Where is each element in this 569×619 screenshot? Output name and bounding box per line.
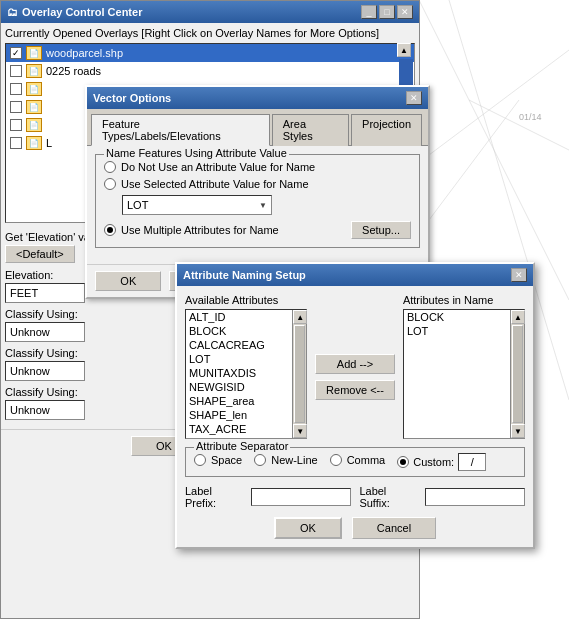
- scroll-down-icon[interactable]: ▼: [293, 424, 307, 438]
- prefix-input[interactable]: [251, 488, 351, 506]
- radio-label-3: Use Multiple Attributes for Name: [121, 224, 279, 236]
- radio-custom: Custom:: [397, 453, 486, 471]
- vector-close-button[interactable]: ✕: [406, 91, 422, 105]
- vector-title-text: Vector Options: [93, 92, 171, 104]
- setup-button[interactable]: Setup...: [351, 221, 411, 239]
- available-listbox[interactable]: ALT_ID BLOCK CALCACREAG LOT MUNITAXDIS N…: [185, 309, 307, 439]
- list-item[interactable]: TAX_ACRE: [186, 422, 292, 436]
- vector-titlebar: Vector Options ✕: [87, 87, 428, 109]
- default-button[interactable]: <Default>: [5, 245, 75, 263]
- file-icon: 📄: [26, 136, 42, 150]
- separator-title: Attribute Separator: [194, 440, 290, 452]
- list-item[interactable]: BLOCK: [186, 324, 292, 338]
- scroll-down-icon[interactable]: ▼: [511, 424, 525, 438]
- svg-text:01/14: 01/14: [519, 112, 542, 122]
- item-name: L: [46, 137, 52, 149]
- radio-comma-btn[interactable]: [330, 454, 342, 466]
- classify3-input[interactable]: [5, 400, 85, 420]
- file-icon: 📄: [26, 100, 42, 114]
- elevation-input[interactable]: [5, 283, 85, 303]
- available-attributes-col: Available Attributes ALT_ID BLOCK CALCAC…: [185, 294, 307, 439]
- in-name-listbox[interactable]: BLOCK LOT ▲ ▼: [403, 309, 525, 439]
- file-icon: 📄: [26, 82, 42, 96]
- item-checkbox[interactable]: [10, 119, 22, 131]
- vector-ok-button[interactable]: OK: [95, 271, 161, 291]
- radio-row-1: Do Not Use an Attribute Value for Name: [104, 161, 411, 173]
- list-item[interactable]: <Feature Type>: [186, 436, 292, 438]
- label-prefix-suffix-row: Label Prefix: Label Suffix:: [185, 485, 525, 509]
- attribute-naming-dialog: Attribute Naming Setup ✕ Available Attri…: [175, 262, 535, 549]
- available-scrollbar[interactable]: ▲ ▼: [292, 310, 306, 438]
- radio-selected-attribute[interactable]: [104, 178, 116, 190]
- list-item[interactable]: LOT: [404, 324, 510, 338]
- maximize-button[interactable]: □: [379, 5, 395, 19]
- item-name: woodparcel.shp: [46, 47, 123, 59]
- attr-cancel-button[interactable]: Cancel: [352, 517, 436, 539]
- item-checkbox[interactable]: [10, 101, 22, 113]
- list-item[interactable]: SHAPE_area: [186, 394, 292, 408]
- custom-separator-input[interactable]: [458, 453, 486, 471]
- attr-action-buttons: Add --> Remove <--: [315, 294, 395, 439]
- radio-comma-label: Comma: [347, 454, 386, 466]
- available-title: Available Attributes: [185, 294, 307, 306]
- attribute-select-row: LOT ▼: [122, 195, 411, 215]
- file-icon: 📄: [26, 64, 42, 78]
- suffix-input[interactable]: [425, 488, 525, 506]
- list-item[interactable]: CALCACREAG: [186, 338, 292, 352]
- scroll-up-icon[interactable]: ▲: [511, 310, 525, 324]
- minimize-button[interactable]: _: [361, 5, 377, 19]
- overlay-description: Currently Opened Overlays [Right Click o…: [5, 27, 415, 39]
- radio-custom-btn[interactable]: [397, 456, 409, 468]
- radio-label-2: Use Selected Attribute Value for Name: [121, 178, 309, 190]
- classify1-input[interactable]: [5, 322, 85, 342]
- item-name: 0225 roads: [46, 65, 101, 77]
- prefix-label: Label Prefix:: [185, 485, 243, 509]
- tab-area-styles[interactable]: Area Styles: [272, 114, 349, 146]
- file-icon: 📄: [26, 46, 42, 60]
- add-button[interactable]: Add -->: [315, 354, 395, 374]
- separator-radios: Space New-Line Comma Custom:: [194, 453, 516, 471]
- group-title: Name Features Using Attribute Value: [104, 147, 289, 159]
- scroll-thumb[interactable]: [294, 325, 305, 423]
- file-icon: 📄: [26, 118, 42, 132]
- radio-label-1: Do Not Use an Attribute Value for Name: [121, 161, 315, 173]
- list-item[interactable]: BLOCK: [404, 310, 510, 324]
- attribute-select[interactable]: LOT ▼: [122, 195, 272, 215]
- list-item[interactable]: MUNITAXDIS: [186, 366, 292, 380]
- radio-no-attribute[interactable]: [104, 161, 116, 173]
- in-name-title: Attributes in Name: [403, 294, 525, 306]
- separator-group: Attribute Separator Space New-Line Comma…: [185, 447, 525, 477]
- suffix-label: Label Suffix:: [359, 485, 417, 509]
- radio-newline-btn[interactable]: [254, 454, 266, 466]
- tab-projection[interactable]: Projection: [351, 114, 422, 146]
- radio-newline: New-Line: [254, 454, 317, 466]
- vector-tabs: Feature Types/Labels/Elevations Area Sty…: [87, 109, 428, 146]
- item-checkbox[interactable]: [10, 137, 22, 149]
- in-name-scrollbar[interactable]: ▲ ▼: [510, 310, 524, 438]
- list-item[interactable]: ALT_ID: [186, 310, 292, 324]
- list-item[interactable]: 📄 woodparcel.shp: [6, 44, 414, 62]
- list-item[interactable]: 📄 0225 roads: [6, 62, 414, 80]
- remove-button[interactable]: Remove <--: [315, 380, 395, 400]
- scroll-thumb[interactable]: [512, 325, 523, 423]
- radio-space-btn[interactable]: [194, 454, 206, 466]
- radio-comma: Comma: [330, 454, 386, 466]
- item-checkbox[interactable]: [10, 47, 22, 59]
- attr-close-button[interactable]: ✕: [511, 268, 527, 282]
- classify2-input[interactable]: [5, 361, 85, 381]
- item-checkbox[interactable]: [10, 83, 22, 95]
- close-button[interactable]: ✕: [397, 5, 413, 19]
- item-checkbox[interactable]: [10, 65, 22, 77]
- tab-feature-types[interactable]: Feature Types/Labels/Elevations: [91, 114, 270, 146]
- overlay-title-icon: 🗂: [7, 6, 18, 18]
- radio-space: Space: [194, 454, 242, 466]
- list-item[interactable]: SHAPE_len: [186, 408, 292, 422]
- attr-ok-button[interactable]: OK: [274, 517, 342, 539]
- list-item[interactable]: LOT: [186, 352, 292, 366]
- attr-dialog-buttons: OK Cancel: [185, 517, 525, 539]
- scroll-up-icon[interactable]: ▲: [293, 310, 307, 324]
- scroll-up[interactable]: ▲: [397, 43, 411, 57]
- select-arrow-icon: ▼: [259, 201, 267, 210]
- radio-multiple-attributes[interactable]: [104, 224, 116, 236]
- list-item[interactable]: NEWGISID: [186, 380, 292, 394]
